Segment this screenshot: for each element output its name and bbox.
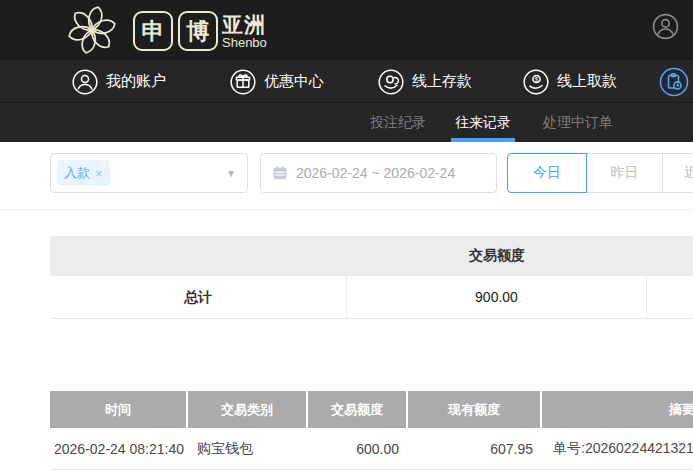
- nav-item-online-deposit[interactable]: 线上存款: [378, 60, 472, 103]
- cell-amount: 600.00: [308, 441, 408, 457]
- summary-table: 交易额度 总计 900.00: [50, 236, 693, 319]
- chevron-down-icon: ▼: [226, 168, 236, 179]
- summary-total-label: 总计: [50, 276, 347, 318]
- page: 申 博 亚洲 Shenbo 我的账户: [0, 0, 693, 475]
- tab-processing-orders[interactable]: 处理中订单: [543, 114, 613, 132]
- col-header-memo: 摘要: [542, 391, 693, 428]
- withdraw-icon: $: [523, 69, 549, 95]
- date-range-picker[interactable]: 2026-02-24 ~ 2026-02-24: [260, 153, 497, 193]
- nav-label: 线上取款: [557, 72, 617, 91]
- cell-time: 2026-02-24 08:21:40: [50, 441, 188, 457]
- records-header-row: 时间 交易类别 交易额度 现有额度 摘要: [50, 391, 693, 428]
- nav-label: 线上存款: [412, 72, 472, 91]
- nav-label: 我的账户: [106, 72, 166, 91]
- summary-total-value: 900.00: [347, 276, 647, 318]
- col-header-balance: 现有额度: [408, 391, 542, 428]
- nav-label: 优惠中心: [264, 72, 324, 91]
- main-nav: 我的账户 优惠中心: [0, 60, 693, 103]
- svg-text:$: $: [535, 75, 539, 82]
- col-header-time: 时间: [50, 391, 188, 428]
- flower-logo-icon: [64, 2, 120, 58]
- account-icon: [72, 69, 98, 95]
- calendar-icon: [272, 165, 288, 181]
- user-avatar-icon[interactable]: [652, 13, 679, 40]
- section-divider: [0, 209, 693, 210]
- summary-header-row: 交易额度: [50, 236, 693, 276]
- table-row: 2026-02-24 08:21:40 购宝钱包 600.00 607.95 单…: [50, 428, 693, 470]
- cell-balance: 607.95: [408, 441, 542, 457]
- col-header-type: 交易类别: [188, 391, 308, 428]
- record-tabs: 投注纪录 往来记录 处理中订单: [0, 103, 693, 142]
- tag-close-icon[interactable]: ×: [95, 166, 103, 181]
- records-icon: [659, 67, 689, 97]
- tab-transaction-records[interactable]: 往来记录: [455, 114, 511, 132]
- date-range-value: 2026-02-24 ~ 2026-02-24: [296, 165, 455, 181]
- brand-subtitle: Shenbo: [222, 35, 267, 50]
- tab-betting-records[interactable]: 投注纪录: [370, 114, 426, 132]
- records-table: 时间 交易类别 交易额度 现有额度 摘要 2026-02-24 08:21:40…: [50, 391, 693, 470]
- shortcut-last7days-button[interactable]: 近7日: [662, 153, 693, 193]
- brand-char2: 博: [187, 16, 210, 47]
- summary-header-amount: 交易额度: [347, 247, 647, 265]
- nav-item-promotions[interactable]: 优惠中心: [230, 60, 324, 103]
- shortcut-today-button[interactable]: 今日: [507, 153, 587, 193]
- active-tab-underline: [451, 138, 515, 142]
- summary-total-row: 总计 900.00: [50, 276, 693, 319]
- cell-memo: 单号:20260224421321: [542, 440, 693, 458]
- brand-char1: 申: [142, 16, 165, 47]
- cell-type: 购宝钱包: [188, 440, 308, 458]
- summary-empty-cell: [647, 276, 693, 318]
- transaction-type-select[interactable]: 入款 × ▼: [50, 153, 248, 193]
- nav-item-online-withdrawal[interactable]: $ 线上取款: [523, 60, 617, 103]
- col-header-amount: 交易额度: [308, 391, 408, 428]
- top-header: 申 博 亚洲 Shenbo: [0, 0, 693, 60]
- date-shortcut-group: 今日 昨日 近7日: [507, 153, 693, 193]
- nav-item-my-account[interactable]: 我的账户: [72, 60, 166, 103]
- brand-char-box: 申: [133, 11, 173, 51]
- shortcut-yesterday-button[interactable]: 昨日: [586, 153, 663, 193]
- gift-icon: [230, 69, 256, 95]
- brand-char-box: 博: [178, 11, 218, 51]
- deposit-icon: [378, 69, 404, 95]
- selected-type-tag: 入款 ×: [57, 160, 110, 186]
- nav-item-transaction-records[interactable]: [659, 60, 689, 103]
- type-tag-label: 入款: [64, 164, 90, 182]
